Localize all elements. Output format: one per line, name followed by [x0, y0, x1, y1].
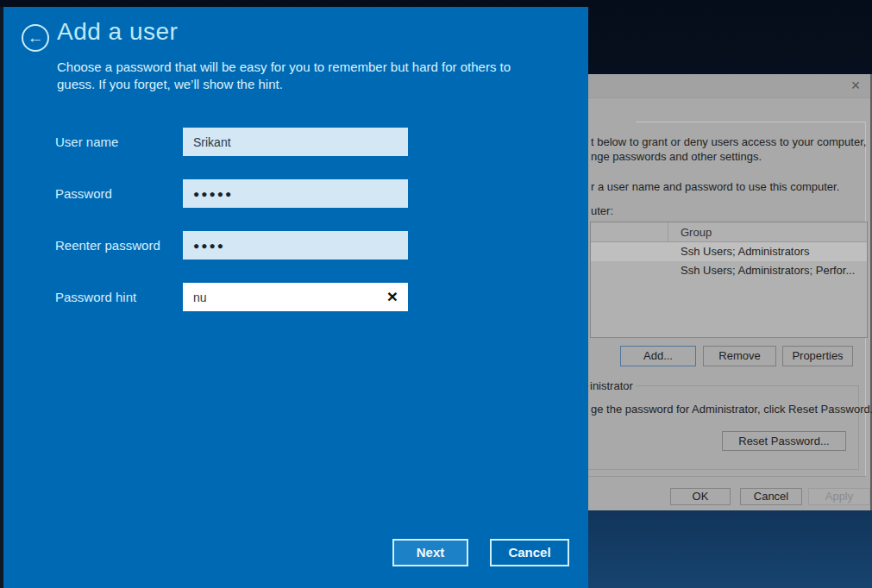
- subtitle-line2: guess. If you forget, we’ll show the hin…: [57, 76, 527, 93]
- password-hint-input[interactable]: [183, 283, 408, 311]
- page-title: Add a user: [57, 18, 178, 46]
- column-separator: [668, 222, 668, 242]
- tab-page-border-top: [636, 122, 866, 122]
- list-header-row[interactable]: Group: [591, 222, 867, 242]
- apply-button-disabled: Apply: [808, 488, 870, 505]
- password-groupbox-label: inistrator: [590, 379, 636, 392]
- reenter-password-label: Reenter password: [55, 238, 160, 253]
- properties-button[interactable]: Properties: [782, 346, 853, 366]
- users-list-caption: uter:: [591, 204, 613, 217]
- password-hint-label: Password hint: [55, 290, 136, 304]
- password-groupbox: [577, 385, 859, 470]
- reenter-password-input[interactable]: [183, 231, 408, 260]
- cancel-button[interactable]: Cancel: [490, 539, 569, 566]
- ok-button[interactable]: OK: [670, 488, 731, 505]
- list-item[interactable]: Ssh Users; Administrators: [591, 242, 867, 261]
- back-button[interactable]: ←: [22, 24, 49, 52]
- intro-text-line2: nge passwords and other settings.: [591, 150, 762, 163]
- dialog-titlebar: ×: [587, 74, 870, 98]
- password-groupbox-text: ge the password for Administrator, click…: [591, 403, 872, 416]
- cancel-button[interactable]: Cancel: [740, 488, 802, 505]
- username-input[interactable]: [183, 128, 408, 156]
- list-item[interactable]: Ssh Users; Administrators; Perfor...: [591, 261, 867, 280]
- clear-text-icon[interactable]: ×: [382, 285, 403, 308]
- username-label: User name: [55, 134, 118, 149]
- require-password-checkbox-label: r a user name and password to use this c…: [591, 180, 839, 193]
- reset-password-button[interactable]: Reset Password...: [722, 431, 846, 451]
- username-field-box: [183, 128, 408, 156]
- page-subtitle: Choose a password that will be easy for …: [57, 59, 527, 93]
- users-listbox[interactable]: Group Ssh Users; Administrators Ssh User…: [590, 222, 868, 338]
- back-arrow-icon: ←: [28, 28, 44, 47]
- close-icon[interactable]: ×: [846, 76, 865, 95]
- next-button[interactable]: Next: [392, 539, 468, 566]
- subtitle-line1: Choose a password that will be easy for …: [57, 59, 527, 76]
- password-field-box: [183, 179, 408, 208]
- remove-user-button[interactable]: Remove: [703, 346, 776, 366]
- reenter-password-field-box: [183, 231, 408, 260]
- add-user-panel: ← Add a user Choose a password that will…: [0, 7, 588, 588]
- password-hint-field-box: ×: [183, 283, 408, 311]
- group-column-header[interactable]: Group: [681, 226, 712, 239]
- password-input[interactable]: [183, 179, 408, 208]
- intro-text-line1: t below to grant or deny users access to…: [591, 135, 866, 148]
- user-accounts-dialog: × t below to grant or deny users access …: [587, 74, 872, 510]
- add-user-button[interactable]: Add...: [620, 346, 696, 366]
- list-item-group: Ssh Users; Administrators; Perfor...: [681, 264, 855, 277]
- password-label: Password: [55, 186, 112, 201]
- tab-page-border-bottom: [587, 476, 866, 477]
- list-item-group: Ssh Users; Administrators: [681, 245, 810, 258]
